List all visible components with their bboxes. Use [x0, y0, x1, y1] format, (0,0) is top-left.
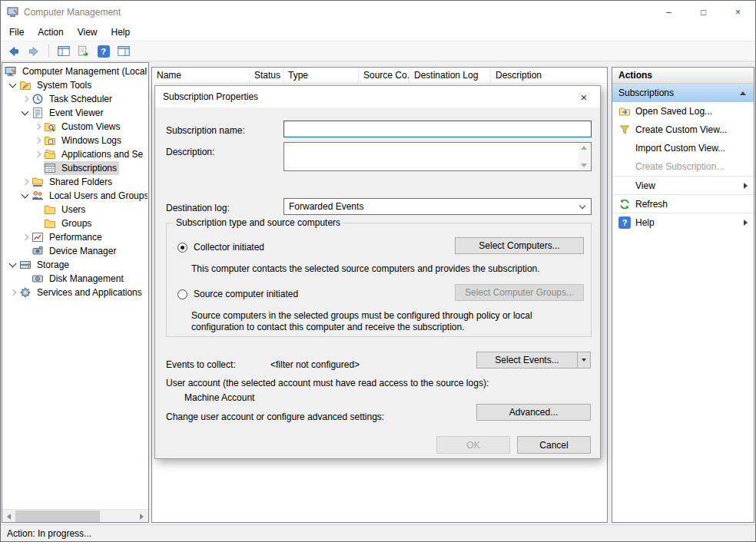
- tree-item-local-users-and-groups[interactable]: Local Users and Groups: [2, 189, 148, 203]
- subscription-name-input[interactable]: [284, 121, 592, 137]
- tree-item-shared-folders[interactable]: Shared Folders: [2, 175, 148, 189]
- tree-item-label: Services and Applications: [35, 286, 144, 299]
- dialog-title-bar: Subscription Properties: [155, 86, 600, 107]
- tree-item-storage[interactable]: Storage: [2, 258, 148, 272]
- export-list-button[interactable]: [74, 42, 93, 60]
- scroll-up-icon[interactable]: [581, 146, 587, 150]
- collapse-chevron-icon[interactable]: [7, 79, 19, 91]
- expand-chevron-icon[interactable]: [32, 148, 44, 160]
- tree-item-device-manager[interactable]: Device Manager: [2, 244, 148, 258]
- tree-item-task-scheduler[interactable]: Task Scheduler: [2, 92, 148, 106]
- cancel-button[interactable]: Cancel: [517, 436, 591, 454]
- maximize-button[interactable]: □: [686, 1, 721, 24]
- description-input[interactable]: [284, 142, 592, 171]
- column-header-name[interactable]: Name: [152, 68, 250, 83]
- tree-item-event-viewer[interactable]: Event Viewer: [2, 106, 148, 120]
- menu-view[interactable]: View: [71, 25, 104, 40]
- close-button[interactable]: ×: [721, 1, 755, 24]
- left-arrow-icon: [7, 514, 11, 520]
- collapse-chevron-icon[interactable]: [19, 190, 32, 202]
- collector-initiated-radio[interactable]: Collector initiated: [177, 242, 264, 253]
- action-import-custom-view[interactable]: Import Custom View...: [612, 139, 754, 157]
- advanced-button[interactable]: Advanced...: [476, 404, 591, 421]
- expand-chevron-icon[interactable]: [19, 231, 32, 243]
- forward-button[interactable]: [24, 42, 43, 60]
- tree-item-performance[interactable]: Performance: [2, 230, 148, 244]
- select-computers-button[interactable]: Select Computers...: [455, 237, 584, 254]
- events-to-collect-label: Events to collect:: [166, 359, 236, 370]
- select-events-split-button[interactable]: Select Events...: [476, 352, 591, 368]
- tree-item-applications-and-services-logs[interactable]: Applications and Se: [2, 147, 148, 161]
- user-account-value: Machine Account: [184, 392, 254, 403]
- radio-selected-icon[interactable]: [177, 243, 187, 253]
- dialog-close-button[interactable]: ×: [568, 86, 600, 107]
- radio-unselected-icon[interactable]: [177, 289, 187, 299]
- tree-item-windows-logs[interactable]: Windows Logs: [2, 134, 148, 147]
- tree-item-users[interactable]: Users: [2, 203, 148, 216]
- subscriptions-icon: [44, 162, 56, 174]
- column-header-description[interactable]: Description: [491, 68, 607, 83]
- minimize-button[interactable]: –: [652, 1, 686, 24]
- action-refresh[interactable]: Refresh: [612, 194, 754, 213]
- select-events-dropdown-button[interactable]: [577, 352, 590, 368]
- expand-chevron-icon[interactable]: [32, 134, 44, 147]
- events-to-collect-value: <filter not configured>: [270, 359, 360, 370]
- expand-chevron-icon[interactable]: [7, 286, 19, 299]
- action-label: Refresh: [635, 199, 668, 210]
- tree-item-label: Performance: [47, 231, 104, 243]
- action-label: Open Saved Log...: [635, 106, 712, 117]
- expand-chevron-icon[interactable]: [19, 176, 32, 188]
- radio-label: Source computer initiated: [194, 289, 298, 299]
- destination-log-dropdown[interactable]: Forwarded Events: [284, 198, 592, 215]
- description-label: Description:: [166, 147, 214, 157]
- scroll-right-button[interactable]: [135, 510, 148, 523]
- collapse-group-icon[interactable]: [740, 91, 746, 95]
- help-button[interactable]: ?: [94, 42, 113, 60]
- toolbar-separator: [48, 45, 49, 58]
- source-computer-initiated-radio[interactable]: Source computer initiated: [177, 289, 298, 299]
- performance-icon: [32, 231, 44, 243]
- show-console-tree-button[interactable]: [54, 42, 73, 60]
- action-create-custom-view[interactable]: Create Custom View...: [612, 121, 754, 139]
- tree-item-custom-views[interactable]: Custom Views: [2, 120, 148, 134]
- collector-description: This computer contacts the selected sour…: [191, 263, 582, 275]
- menu-help[interactable]: Help: [104, 25, 138, 40]
- collapse-chevron-icon[interactable]: [7, 259, 19, 271]
- custom-views-icon: [44, 121, 56, 133]
- expand-chevron-icon[interactable]: [32, 121, 44, 133]
- tree-item-system-tools[interactable]: System Tools: [2, 78, 148, 92]
- column-header-status[interactable]: Status: [250, 68, 284, 83]
- task-scheduler-icon: [32, 93, 44, 105]
- actions-panel-header: Actions: [612, 68, 754, 84]
- description-scrollbar[interactable]: [579, 144, 590, 170]
- scroll-left-button[interactable]: [2, 510, 15, 523]
- tree-item-label: Device Manager: [47, 245, 118, 257]
- action-label: Import Custom View...: [635, 143, 725, 154]
- column-header-destination-log[interactable]: Destination Log: [410, 68, 491, 83]
- back-arrow-icon: [7, 45, 21, 58]
- action-help[interactable]: ? Help: [612, 213, 754, 231]
- column-header-source-computers[interactable]: Source Co...: [359, 68, 410, 83]
- tree-horizontal-scrollbar[interactable]: [2, 509, 148, 522]
- show-action-pane-button[interactable]: [114, 42, 133, 60]
- console-tree-icon: [57, 45, 71, 58]
- collapse-chevron-icon[interactable]: [19, 107, 32, 119]
- column-header-type[interactable]: Type: [284, 68, 359, 83]
- action-open-saved-log[interactable]: Open Saved Log...: [612, 102, 754, 121]
- back-button[interactable]: [4, 42, 23, 60]
- scroll-down-icon[interactable]: [581, 164, 587, 167]
- tree-item-computer-management[interactable]: Computer Management (Local: [2, 64, 148, 78]
- tree-item-disk-management[interactable]: Disk Management: [2, 272, 148, 286]
- tree-item-services-and-applications[interactable]: Services and Applications: [2, 286, 148, 299]
- action-view[interactable]: View: [612, 176, 754, 194]
- menu-action[interactable]: Action: [31, 25, 70, 40]
- tree-item-groups[interactable]: Groups: [2, 216, 148, 230]
- tree-item-label: Applications and Se: [59, 148, 145, 160]
- actions-group-subscriptions[interactable]: Subscriptions: [612, 84, 754, 102]
- expand-chevron-icon[interactable]: [19, 93, 32, 105]
- action-label: View: [635, 180, 655, 191]
- scrollbar-thumb[interactable]: [15, 511, 100, 522]
- tree-item-subscriptions[interactable]: Subscriptions: [2, 161, 148, 175]
- menu-file[interactable]: File: [2, 25, 31, 40]
- select-events-button[interactable]: Select Events...: [477, 352, 577, 368]
